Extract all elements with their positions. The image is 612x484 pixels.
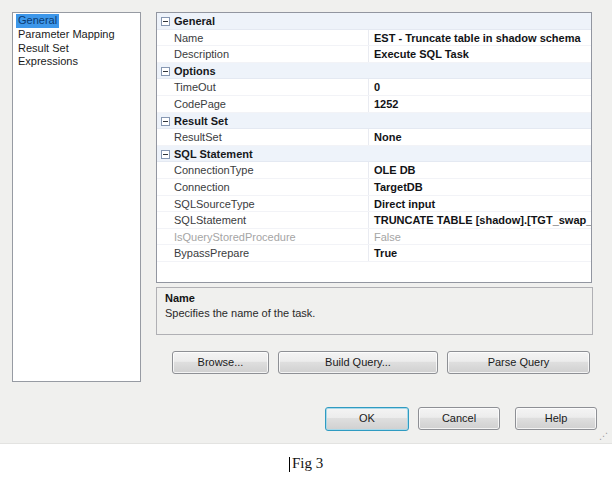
execute-sql-task-editor-dialog: General Parameter Mapping Result Set Exp… <box>0 0 612 444</box>
property-value: False <box>368 229 591 245</box>
property-row-name[interactable]: Name EST - Truncate table in shadow sche… <box>157 30 591 47</box>
property-name: ConnectionType <box>174 162 254 178</box>
property-row-sqlstatement[interactable]: SQLStatement TRUNCATE TABLE [shadow].[TG… <box>157 212 591 229</box>
property-value[interactable]: True <box>368 245 591 261</box>
text-cursor <box>289 457 290 472</box>
collapse-icon[interactable] <box>161 17 170 26</box>
property-value[interactable]: 0 <box>368 79 591 95</box>
property-value[interactable]: OLE DB <box>368 162 591 178</box>
property-row-sqlsourcetype[interactable]: SQLSourceType Direct input <box>157 196 591 213</box>
property-row-description[interactable]: Description Execute SQL Task <box>157 46 591 63</box>
category-row-result-set[interactable]: Result Set <box>157 113 591 130</box>
property-value[interactable]: 1252 <box>368 96 591 112</box>
property-value[interactable]: TRUNCATE TABLE [shadow].[TGT_swap_tbl] <box>368 212 591 228</box>
nav-item-parameter-mapping-label: Parameter Mapping <box>16 28 117 42</box>
property-name: TimeOut <box>174 79 216 95</box>
property-value[interactable]: Execute SQL Task <box>368 46 591 62</box>
property-row-codepage[interactable]: CodePage 1252 <box>157 96 591 113</box>
category-label: Options <box>174 63 216 79</box>
property-name: ResultSet <box>174 129 222 145</box>
nav-item-parameter-mapping[interactable]: Parameter Mapping <box>13 28 140 42</box>
cancel-button[interactable]: Cancel <box>418 407 500 430</box>
nav-item-general[interactable]: General <box>13 14 140 28</box>
property-name: Description <box>174 46 229 62</box>
nav-item-result-set[interactable]: Result Set <box>13 42 140 56</box>
collapse-icon[interactable] <box>161 67 170 76</box>
property-name: SQLSourceType <box>174 196 255 212</box>
property-description-title: Name <box>165 292 584 304</box>
property-name: Connection <box>174 179 230 195</box>
category-row-general[interactable]: General <box>157 13 591 30</box>
parse-query-button[interactable]: Parse Query <box>447 351 590 374</box>
nav-item-result-set-label: Result Set <box>16 42 71 56</box>
property-value[interactable]: None <box>368 129 591 145</box>
property-row-timeout[interactable]: TimeOut 0 <box>157 79 591 96</box>
pages-list: General Parameter Mapping Result Set Exp… <box>12 12 141 382</box>
property-description-text: Specifies the name of the task. <box>165 307 584 319</box>
property-name: BypassPrepare <box>174 245 249 261</box>
property-grid: General Name EST - Truncate table in sha… <box>156 12 592 283</box>
nav-item-expressions-label: Expressions <box>16 55 80 69</box>
figure-caption: Fig 3 <box>292 455 323 472</box>
category-row-sql-statement[interactable]: SQL Statement <box>157 146 591 163</box>
help-button[interactable]: Help <box>515 407 597 430</box>
build-query-button[interactable]: Build Query... <box>278 351 438 374</box>
category-label: Result Set <box>174 113 228 129</box>
property-name: Name <box>174 30 203 46</box>
category-row-options[interactable]: Options <box>157 63 591 80</box>
category-label: SQL Statement <box>174 146 253 162</box>
property-row-connection[interactable]: Connection TargetDB <box>157 179 591 196</box>
property-value[interactable]: TargetDB <box>368 179 591 195</box>
collapse-icon[interactable] <box>161 117 170 126</box>
category-label: General <box>174 13 215 29</box>
resize-grip-icon[interactable]: ⋰ <box>599 432 608 441</box>
property-description-panel: Name Specifies the name of the task. <box>156 287 593 335</box>
browse-button[interactable]: Browse... <box>172 351 269 374</box>
property-row-bypassprepare[interactable]: BypassPrepare True <box>157 245 591 262</box>
property-name: CodePage <box>174 96 226 112</box>
nav-item-general-label: General <box>16 14 59 28</box>
property-row-connectiontype[interactable]: ConnectionType OLE DB <box>157 162 591 179</box>
property-name: SQLStatement <box>174 212 246 228</box>
nav-item-expressions[interactable]: Expressions <box>13 55 140 69</box>
property-row-isquerystoredprocedure: IsQueryStoredProcedure False <box>157 229 591 246</box>
ok-button[interactable]: OK <box>325 407 409 431</box>
property-value[interactable]: Direct input <box>368 196 591 212</box>
property-name: IsQueryStoredProcedure <box>174 229 296 245</box>
property-row-resultset[interactable]: ResultSet None <box>157 129 591 146</box>
caption-area: Fig 3 <box>0 444 612 484</box>
property-value[interactable]: EST - Truncate table in shadow schema <box>368 30 591 46</box>
collapse-icon[interactable] <box>161 150 170 159</box>
